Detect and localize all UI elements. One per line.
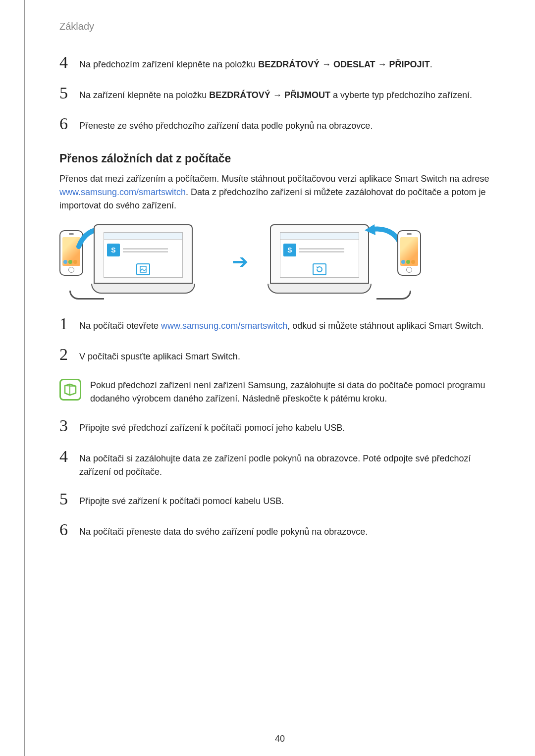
text: . (430, 59, 432, 69)
step-body: Na počítači si zazálohujte data ze zaříz… (79, 450, 500, 479)
step-number: 5 (59, 85, 71, 101)
laptop-icon: S (91, 224, 195, 298)
text: Přenos dat mezi zařízením a počítačem. M… (59, 174, 489, 184)
step-b-3: 3 Připojte své předchozí zařízení k počí… (59, 419, 500, 436)
text: Na zařízení klepněte na položku (79, 90, 209, 100)
diagram-phone-to-laptop: S (59, 224, 223, 299)
arrow: → (375, 59, 389, 69)
step-body: Na počítači otevřete www.samsung.com/sma… (79, 317, 500, 333)
step-body: V počítači spusťte aplikaci Smart Switch… (79, 348, 500, 363)
arrow: → (270, 90, 284, 100)
svg-marker-3 (365, 224, 375, 235)
step-b-5: 5 Připojte své zařízení k počítači pomoc… (59, 493, 500, 509)
step-b-4: 4 Na počítači si zazálohujte data ze zař… (59, 450, 500, 479)
step-body: Připojte své předchozí zařízení k počíta… (79, 419, 500, 435)
step-number: 6 (59, 115, 71, 132)
page: Základy 4 Na předchozím zařízení klepnět… (24, 0, 535, 756)
app-tile-icon: S (107, 244, 120, 256)
step-number: 6 (59, 521, 71, 538)
note-text: Pokud předchozí zařízení není zařízení S… (90, 379, 500, 405)
text: a vyberte typ předchozího zařízení. (330, 90, 472, 100)
text: , odkud si můžete stáhnout aplikaci Smar… (287, 321, 483, 331)
diagram-row: S ➔ S (59, 224, 500, 299)
step-a-6: 6 Přeneste ze svého předchozího zařízení… (59, 117, 500, 134)
step-number: 4 (59, 448, 71, 465)
step-body: Připojte své zařízení k počítači pomocí … (79, 493, 500, 508)
note-callout: Pokud předchozí zařízení není zařízení S… (59, 379, 500, 405)
section-title: Přenos záložních dat z počítače (59, 152, 500, 165)
right-arrow-icon: ➔ (232, 250, 249, 273)
step-body: Přeneste ze svého předchozího zařízení d… (79, 117, 500, 133)
laptop-icon: S (268, 224, 372, 298)
link-smartswitch[interactable]: www.samsung.com/smartswitch (59, 187, 186, 197)
cable-icon (69, 291, 104, 300)
bold-text: BEZDRÁTOVÝ (209, 90, 270, 100)
text: Na počítači otevřete (79, 321, 161, 331)
step-number: 2 (59, 346, 71, 363)
app-tile-icon: S (283, 244, 296, 256)
bold-text: ODESLAT (333, 59, 375, 69)
step-number: 3 (59, 417, 71, 434)
phone-icon (397, 230, 421, 276)
note-icon (59, 379, 81, 401)
link-smartswitch[interactable]: www.samsung.com/smartswitch (161, 321, 287, 331)
text: Na předchozím zařízení klepněte na polož… (79, 59, 258, 69)
cable-icon (376, 291, 411, 300)
photo-icon (136, 263, 150, 275)
step-number: 4 (59, 54, 71, 71)
step-body: Na počítači přeneste data do svého zaříz… (79, 523, 500, 539)
refresh-icon (313, 263, 326, 275)
page-number: 40 (275, 734, 285, 744)
step-a-5: 5 Na zařízení klepněte na položku BEZDRÁ… (59, 87, 500, 103)
step-b-6: 6 Na počítači přeneste data do svého zař… (59, 523, 500, 540)
arrow: → (320, 59, 333, 69)
step-b-2: 2 V počítači spusťte aplikaci Smart Swit… (59, 348, 500, 365)
page-header-section: Základy (59, 21, 500, 32)
bold-text: PŘIJMOUT (284, 90, 330, 100)
step-a-4: 4 Na předchozím zařízení klepněte na pol… (59, 56, 500, 73)
step-number: 1 (59, 315, 71, 332)
bold-text: PŘIPOJIT (389, 59, 430, 69)
step-number: 5 (59, 491, 71, 507)
section-paragraph: Přenos dat mezi zařízením a počítačem. M… (59, 172, 500, 212)
diagram-laptop-to-phone: S (258, 224, 421, 299)
step-body: Na zařízení klepněte na položku BEZDRÁTO… (79, 87, 500, 102)
step-body: Na předchozím zařízení klepněte na polož… (79, 56, 500, 71)
bold-text: BEZDRÁTOVÝ (258, 59, 320, 69)
step-b-1: 1 Na počítači otevřete www.samsung.com/s… (59, 317, 500, 334)
